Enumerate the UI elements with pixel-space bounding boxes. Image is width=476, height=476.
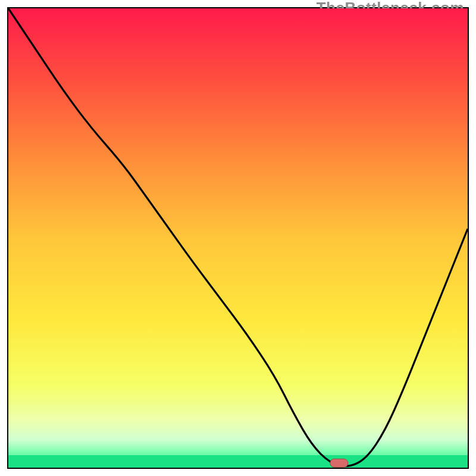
chart-baseline-strip xyxy=(8,455,468,468)
optimal-marker xyxy=(330,459,348,467)
chart-frame: TheBottleneck.com xyxy=(7,7,469,469)
chart-canvas xyxy=(8,8,468,468)
